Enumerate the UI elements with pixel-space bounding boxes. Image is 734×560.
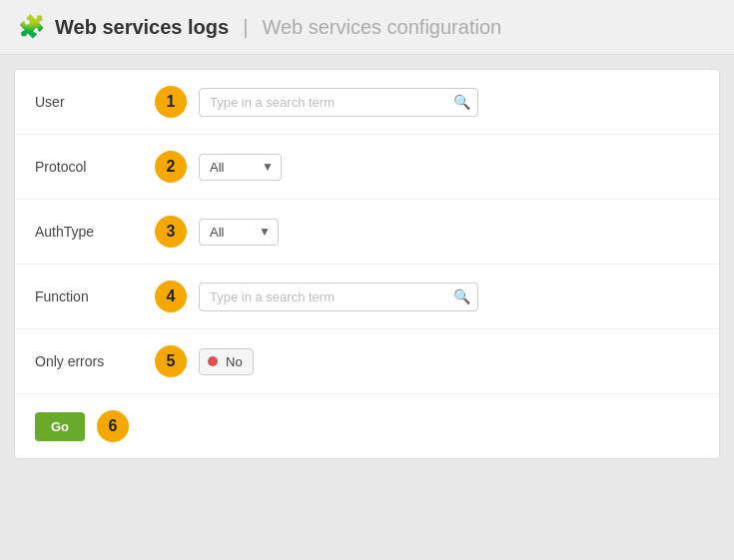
page-wrapper: 🧩 Web services logs | Web services confi… [0, 0, 734, 473]
function-search-input[interactable] [199, 282, 478, 311]
user-search-wrapper: 🔍 [199, 88, 478, 117]
step-badge-2: 2 [155, 151, 187, 183]
step-badge-6: 6 [97, 410, 129, 442]
step-badge-1: 1 [155, 86, 187, 118]
user-search-input[interactable] [199, 88, 478, 117]
form-row-function: Function 4 🔍 [15, 265, 719, 329]
step-badge-5: 5 [155, 345, 187, 377]
authtype-select-wrapper: All Basic Token ▼ [199, 219, 279, 246]
header-separator: | [243, 16, 248, 39]
form-row-protocol: Protocol 2 All HTTP HTTPS ▼ [15, 135, 719, 200]
protocol-select-wrapper: All HTTP HTTPS ▼ [199, 154, 282, 181]
toggle-dot-icon [208, 356, 218, 366]
form-card: User 1 🔍 Protocol 2 All HTTP HTTPS ▼ Aut… [14, 69, 720, 459]
label-user: User [35, 94, 155, 110]
form-row-only-errors: Only errors 5 No [15, 329, 719, 394]
function-search-wrapper: 🔍 [199, 282, 478, 311]
puzzle-icon: 🧩 [18, 14, 45, 40]
only-errors-toggle[interactable]: No [199, 348, 254, 375]
authtype-select[interactable]: All Basic Token [199, 219, 279, 246]
protocol-select[interactable]: All HTTP HTTPS [199, 154, 282, 181]
form-footer: Go 6 [15, 394, 719, 458]
page-title-sub: Web services configuration [262, 16, 501, 39]
step-badge-4: 4 [155, 280, 187, 312]
label-protocol: Protocol [35, 159, 155, 175]
label-authtype: AuthType [35, 224, 155, 240]
toggle-label-no: No [226, 349, 253, 374]
page-title-main: Web services logs [55, 16, 229, 39]
form-row-user: User 1 🔍 [15, 70, 719, 135]
label-function: Function [35, 288, 155, 304]
label-only-errors: Only errors [35, 353, 155, 369]
go-button[interactable]: Go [35, 412, 85, 441]
page-header: 🧩 Web services logs | Web services confi… [0, 0, 734, 55]
form-row-authtype: AuthType 3 All Basic Token ▼ [15, 200, 719, 265]
step-badge-3: 3 [155, 216, 187, 248]
